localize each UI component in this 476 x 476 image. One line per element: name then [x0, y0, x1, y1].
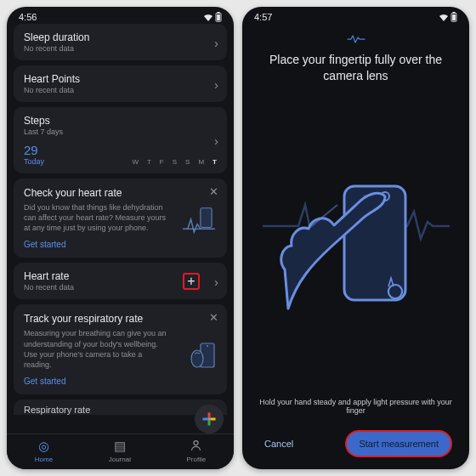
card-sub: No recent data — [24, 86, 217, 94]
tip-respiratory: ✕ Track your respiratory rate Measuring … — [14, 304, 227, 394]
svg-rect-15 — [453, 12, 456, 14]
chevron-right-icon: › — [214, 133, 218, 148]
status-icons — [439, 12, 457, 22]
nav-label: Profile — [187, 456, 207, 463]
wifi-icon — [439, 13, 449, 21]
card-title: Sleep duration — [24, 31, 217, 43]
heart-rate-illustration-icon — [183, 205, 215, 234]
journal-icon: ▤ — [114, 439, 126, 454]
card-heart-points[interactable]: Heart Points No recent data › — [14, 65, 227, 102]
fingertip-camera-illustration-icon — [263, 154, 450, 324]
close-icon[interactable]: ✕ — [209, 311, 218, 324]
svg-rect-8 — [208, 413, 211, 418]
card-title: Heart Points — [24, 73, 217, 85]
add-heart-rate-button[interactable]: + — [183, 273, 200, 290]
svg-rect-10 — [203, 418, 208, 421]
steps-today: Today — [24, 157, 44, 166]
tip-body: Measuring your breathing can give you an… — [24, 328, 167, 370]
svg-rect-11 — [211, 418, 216, 421]
days-row: W T F S S M T — [132, 158, 217, 166]
instruction-hint: Hold your hand steady and apply light pr… — [254, 398, 457, 415]
status-bar: 4:57 — [242, 7, 469, 24]
get-started-link[interactable]: Get started — [24, 240, 65, 249]
wifi-icon — [203, 13, 213, 21]
card-heart-rate[interactable]: Heart rate No recent data + › — [14, 263, 227, 299]
battery-icon — [215, 12, 222, 22]
svg-rect-1 — [218, 12, 220, 14]
clock: 4:56 — [19, 12, 37, 22]
measurement-content: Place your fingertip fully over the came… — [242, 24, 469, 469]
status-icons — [203, 12, 222, 22]
card-sub: No recent data — [24, 44, 217, 53]
nav-journal[interactable]: ▤ Journal — [109, 439, 131, 463]
plus-multicolor-icon — [201, 411, 217, 427]
steps-value: 29 — [24, 143, 44, 157]
clock: 4:57 — [254, 12, 272, 22]
action-row: Cancel Start measurement — [254, 430, 457, 469]
chevron-right-icon: › — [214, 35, 218, 49]
tip-body: Did you know that things like dehydratio… — [24, 202, 167, 233]
start-measurement-button[interactable]: Start measurement — [345, 430, 452, 457]
nav-label: Home — [35, 456, 53, 463]
tip-heart-rate: ✕ Check your heart rate Did you know tha… — [14, 178, 227, 258]
chevron-right-icon: › — [214, 76, 218, 91]
nav-home[interactable]: ◎ Home — [35, 439, 53, 463]
svg-point-6 — [207, 345, 208, 347]
nav-profile[interactable]: Profile — [187, 439, 207, 463]
svg-point-13 — [194, 441, 198, 445]
instruction-title: Place your fingertip fully over the came… — [254, 52, 457, 84]
tip-title: Check your heart rate — [24, 187, 217, 199]
heartbeat-icon — [347, 34, 366, 47]
home-scroll[interactable]: Sleep duration No recent data › Heart Po… — [7, 24, 234, 434]
svg-rect-16 — [452, 14, 456, 20]
bottom-nav: ◎ Home ▤ Journal Profile — [7, 434, 234, 469]
close-icon[interactable]: ✕ — [209, 185, 218, 198]
svg-rect-12 — [208, 418, 211, 421]
svg-rect-2 — [217, 14, 220, 20]
card-sleep[interactable]: Sleep duration No recent data › — [14, 24, 227, 60]
chevron-right-icon: › — [214, 274, 218, 288]
svg-rect-3 — [201, 208, 212, 228]
battery-icon — [450, 12, 457, 22]
svg-rect-9 — [208, 421, 211, 426]
card-title: Steps — [24, 115, 217, 127]
illustration — [254, 89, 457, 389]
card-respiratory[interactable]: Respiratory rate — [14, 400, 227, 415]
tip-title: Track your respiratory rate — [24, 313, 217, 325]
card-steps[interactable]: Steps Last 7 days › 29 Today W T F S S M… — [14, 107, 227, 173]
get-started-link[interactable]: Get started — [24, 377, 65, 386]
phone-measurement: 4:57 Place your fingertip fully over the… — [242, 7, 469, 469]
card-sub: Last 7 days — [24, 128, 217, 136]
nav-label: Journal — [109, 456, 131, 463]
phone-fit-home: 4:56 Sleep duration No recent data › Hea… — [7, 7, 234, 469]
status-bar: 4:56 — [7, 7, 234, 24]
home-icon: ◎ — [38, 439, 49, 454]
fab-add[interactable] — [195, 405, 224, 434]
cancel-button[interactable]: Cancel — [259, 432, 298, 456]
respiratory-illustration-icon — [189, 342, 218, 374]
card-title: Respiratory rate — [24, 405, 217, 415]
profile-icon — [190, 439, 202, 454]
